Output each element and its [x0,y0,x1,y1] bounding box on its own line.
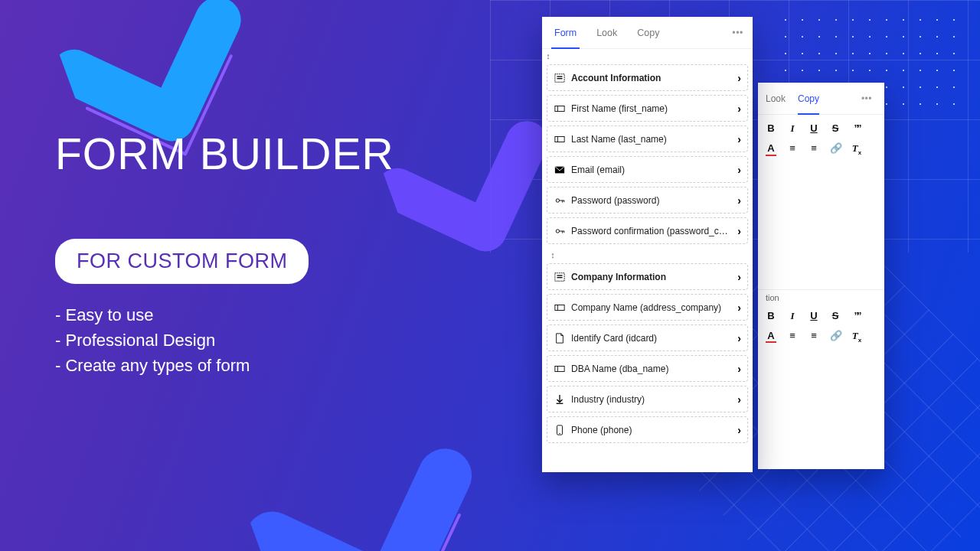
svg-rect-5 [554,136,564,142]
svg-rect-19 [554,305,564,310]
insert-handle-icon[interactable]: ↕ [542,49,554,60]
rte-bold-button[interactable]: B [766,122,776,135]
field-label: Company Name (address_company) [571,302,731,313]
form-field-row[interactable]: Last Name (last_name)› [547,126,748,152]
hero-bullet: Create any types of form [55,353,484,378]
pwd-icon [554,194,565,206]
hero-bullet: Easy to use [55,302,484,328]
text-icon [554,302,565,313]
tab-form[interactable]: Form [547,17,584,49]
chevron-right-icon: › [737,225,741,237]
rte-list-bul-button[interactable]: ≡ [808,330,819,344]
rte-underline-button[interactable]: U [808,122,819,135]
tab-look[interactable]: Look [766,83,786,115]
rte-list-bul-button[interactable]: ≡ [808,142,819,156]
rte-color-button[interactable]: A [766,142,776,156]
field-label: Email (email) [571,165,731,175]
form-field-row[interactable]: Industry (industry)› [547,386,748,412]
tab-look[interactable]: Look [589,17,625,49]
tab-copy[interactable]: Copy [798,83,819,115]
rte-clear-button[interactable]: Tx [851,142,862,156]
chevron-right-icon: › [737,393,741,406]
insert-handle-icon[interactable]: ↕ [547,248,559,259]
chevron-right-icon: › [737,424,741,436]
text-icon [554,133,565,145]
field-label: Identify Card (idcard) [571,333,731,344]
rte-color-button[interactable]: A [766,330,776,344]
phone-icon [554,424,565,435]
svg-rect-21 [554,366,564,371]
rte-toolbar: BIUSA≡≡🔗Tx [758,302,884,351]
chevron-right-icon: › [737,164,741,176]
form-field-row[interactable]: Email (email)› [547,156,748,183]
more-menu-button[interactable]: ••• [727,28,748,38]
rte-strike-button[interactable]: S [830,122,841,135]
decor-chevron-2 [236,404,531,551]
field-label: Password (password) [571,195,731,206]
field-label: Company Information [571,272,731,282]
rte-italic-button[interactable]: I [787,122,798,135]
chevron-right-icon: › [737,133,741,145]
rte-underline-button[interactable]: U [808,310,819,322]
panel-b-tabs: Look Copy ••• [758,83,884,115]
field-label: Industry (industry) [571,394,731,405]
text-icon [554,363,565,374]
svg-rect-2 [557,78,562,79]
chevron-right-icon: › [737,302,741,314]
field-label: DBA Name (dba_name) [571,364,731,374]
hero-bullet: Professional Design [55,328,484,353]
rte-link-button[interactable]: 🔗 [830,142,841,156]
chevron-right-icon: › [737,103,741,115]
section-icon [554,271,565,282]
panel-a-tabs: Form Look Copy ••• [542,17,753,49]
text-icon [554,103,565,114]
pwd-icon [554,225,565,236]
form-field-row[interactable]: First Name (first_name)› [547,95,748,122]
field-label: Account Information [571,73,731,83]
hero-subtitle-pill: FOR CUSTOM FORM [55,239,309,284]
file-icon [554,332,565,344]
form-field-row[interactable]: Phone (phone)› [547,416,748,443]
promo-stage: FORM BUILDER FOR CUSTOM FORM Easy to use… [0,0,980,551]
field-label: Last Name (last_name) [571,134,731,145]
form-field-row[interactable]: DBA Name (dba_name)› [547,355,748,382]
rte-clear-button[interactable]: Tx [851,330,862,344]
svg-point-12 [556,229,559,232]
form-section-row[interactable]: Company Information› [547,263,748,290]
field-label: First Name (first_name) [571,103,731,114]
rte-quote-button[interactable] [851,122,862,135]
form-field-row[interactable]: Company Name (address_company)› [547,294,748,321]
form-field-row[interactable]: Password (password)› [547,187,748,214]
svg-rect-3 [554,106,564,111]
svg-rect-17 [557,275,562,276]
chevron-right-icon: › [737,72,741,84]
hero-bullets: Easy to use Professional Design Create a… [55,302,484,378]
field-label: Phone (phone) [571,425,731,435]
chevron-right-icon: › [737,271,741,283]
chevron-right-icon: › [737,363,741,375]
editor-panel-back: Look Copy ••• BIUSA≡≡🔗Tx tion BIUSA≡≡🔗Tx [758,83,884,469]
more-menu-button[interactable]: ••• [857,93,877,104]
form-field-row[interactable]: Identify Card (idcard)› [547,324,748,351]
tab-copy[interactable]: Copy [629,17,667,49]
rte-toolbar: BIUSA≡≡🔗Tx [758,115,884,164]
form-field-row[interactable]: Password confirmation (password_confirma… [547,217,748,244]
rte-italic-button[interactable]: I [787,310,798,322]
rte-quote-button[interactable] [851,310,862,322]
svg-point-26 [559,432,560,433]
svg-point-8 [556,198,559,201]
section-icon [554,72,565,83]
field-label: Password confirmation (password_confirma… [571,226,731,236]
rte-list-num-button[interactable]: ≡ [787,330,798,344]
form-builder-panel: Form Look Copy ••• ↕ Account Information… [542,17,753,472]
rte-link-button[interactable]: 🔗 [830,330,841,344]
rte-bold-button[interactable]: B [766,310,776,322]
chevron-right-icon: › [737,194,741,207]
field-list: Account Information›First Name (first_na… [542,64,753,443]
rte-strike-button[interactable]: S [830,310,841,322]
select-icon [554,393,565,405]
rte-list-num-button[interactable]: ≡ [787,142,798,156]
svg-rect-18 [557,277,562,278]
hero-block: FORM BUILDER FOR CUSTOM FORM Easy to use… [55,132,484,378]
form-section-row[interactable]: Account Information› [547,64,748,91]
